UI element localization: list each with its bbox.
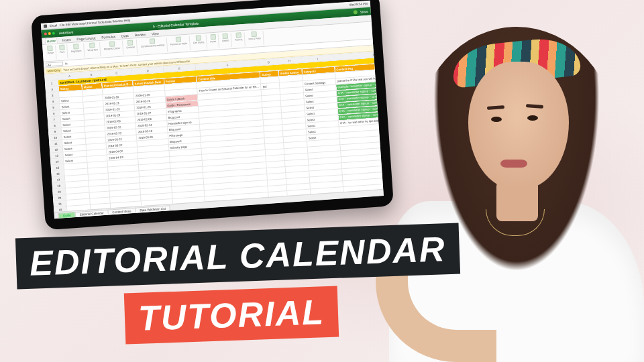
ribbon-tab-view[interactable]: View — [150, 31, 160, 37]
sheet-tab[interactable]: Content Ideas — [107, 207, 136, 215]
ribbon-group[interactable]: Merge & Center — [101, 41, 123, 56]
ribbon-group[interactable]: Cell Styles — [191, 35, 207, 50]
laptop-screen: Excel File Edit View Insert Format Tools… — [41, 1, 384, 219]
ribbon-group[interactable]: Sort & Filter — [246, 31, 264, 46]
spreadsheet-grid[interactable]: ABCDEFGHIJK1EDITORIAL CALENDAR TEMPLATE2… — [44, 51, 383, 212]
share-button[interactable]: Share — [360, 9, 368, 13]
ribbon-tab-home[interactable]: Home — [44, 37, 58, 44]
ribbon-group[interactable]: Format as Table — [168, 36, 190, 52]
ribbon-group[interactable]: Delete — [219, 33, 232, 48]
ribbon-group[interactable]: Paste — [45, 46, 56, 60]
ribbon-tab-insert[interactable]: Insert — [61, 37, 72, 43]
mac-app-name: Excel — [50, 23, 57, 27]
apple-logo-icon — [44, 24, 47, 27]
sheet-tab[interactable]: Editorial Calendar — [75, 209, 109, 217]
ribbon-tab-data[interactable]: Data — [120, 33, 130, 39]
fx-icon[interactable]: fx — [65, 62, 68, 65]
laptop-mockup: Excel File Edit View Insert Format Tools… — [31, 0, 394, 230]
presenter-photo — [382, 0, 644, 362]
ribbon-group[interactable]: Wrap Text — [85, 42, 101, 58]
ribbon-group[interactable]: Alignment — [68, 44, 85, 59]
sheet-tab[interactable]: Data Validation List — [135, 205, 170, 213]
sheet-tab[interactable]: Guide — [58, 212, 76, 219]
ribbon-group[interactable]: Format — [233, 32, 246, 47]
headline-line1: Editorial Calendar — [15, 223, 460, 289]
ribbon-group[interactable]: Font — [57, 44, 68, 59]
ribbon-tab-review[interactable]: Review — [133, 32, 147, 38]
name-box[interactable]: A1 — [46, 62, 63, 67]
thumbnail-stage: Excel File Edit View Insert Format Tools… — [0, 0, 644, 362]
close-icon[interactable] — [44, 32, 47, 35]
notice-chip: View Only — [46, 68, 62, 73]
ribbon-group[interactable]: Conditional Formatting — [138, 38, 168, 54]
mac-clock: Wed 8:54 PM — [350, 2, 368, 7]
ribbon-group[interactable]: General — [124, 40, 138, 54]
autosave-toggle-label[interactable]: AutoSave — [59, 30, 74, 35]
minimize-icon[interactable] — [48, 32, 51, 35]
user-avatar-icon[interactable] — [354, 10, 358, 14]
ribbon-group[interactable]: Insert — [208, 34, 219, 49]
window-controls[interactable] — [44, 32, 55, 36]
maximize-icon[interactable] — [52, 32, 55, 35]
headline-line2: Tutorial — [124, 286, 339, 344]
